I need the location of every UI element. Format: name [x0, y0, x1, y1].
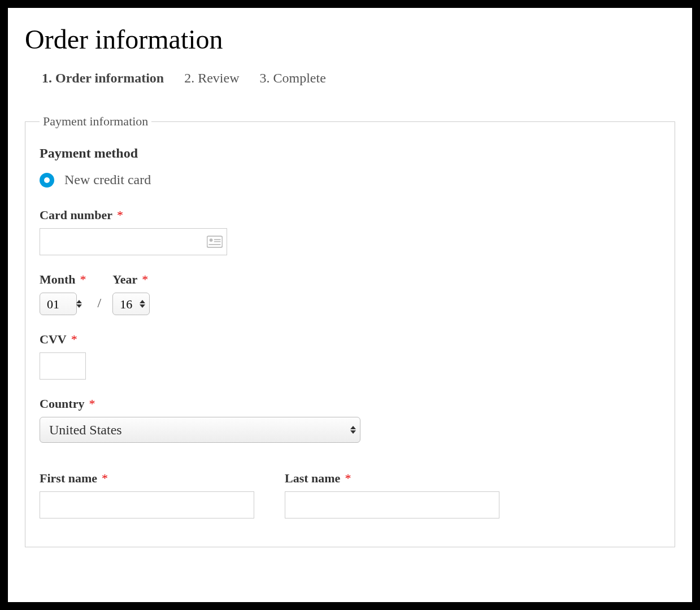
fieldset-legend: Payment information: [40, 114, 151, 129]
svg-rect-2: [214, 239, 221, 240]
radio-selected-icon[interactable]: [40, 173, 54, 188]
step-order-information: 1. Order information: [42, 71, 164, 86]
select-stepper-icon: [76, 300, 82, 308]
first-name-input[interactable]: [40, 491, 254, 518]
cvv-label: CVV: [40, 332, 67, 347]
payment-method-option[interactable]: New credit card: [40, 172, 660, 188]
svg-rect-3: [214, 241, 221, 242]
year-label: Year: [112, 272, 137, 287]
payment-information-fieldset: Payment information Payment method New c…: [25, 114, 675, 547]
last-name-input[interactable]: [285, 491, 499, 518]
required-marker: *: [102, 471, 108, 485]
required-marker: *: [345, 471, 351, 485]
payment-method-heading: Payment method: [40, 146, 660, 161]
cvv-input[interactable]: [40, 352, 86, 380]
page-title: Order information: [25, 24, 675, 55]
credit-card-icon: [207, 236, 223, 248]
payment-method-option-label: New credit card: [64, 172, 151, 188]
required-marker: *: [89, 396, 95, 411]
month-select[interactable]: 01: [40, 293, 77, 315]
required-marker: *: [71, 332, 77, 346]
first-name-label: First name: [40, 471, 97, 486]
step-review: 2. Review: [184, 71, 239, 86]
required-marker: *: [80, 272, 86, 286]
svg-rect-4: [209, 244, 221, 245]
required-marker: *: [142, 272, 148, 286]
country-label: Country: [40, 396, 84, 411]
card-number-label: Card number: [40, 208, 112, 223]
country-select[interactable]: United States: [40, 417, 360, 443]
last-name-label: Last name: [285, 471, 340, 486]
card-number-input[interactable]: [40, 228, 227, 255]
step-complete: 3. Complete: [260, 71, 326, 86]
expiry-separator: /: [98, 295, 102, 315]
year-select[interactable]: 16: [112, 293, 150, 315]
svg-point-1: [210, 238, 213, 242]
checkout-steps: 1. Order information 2. Review 3. Comple…: [25, 71, 675, 86]
required-marker: *: [117, 208, 123, 222]
month-label: Month: [40, 272, 76, 287]
